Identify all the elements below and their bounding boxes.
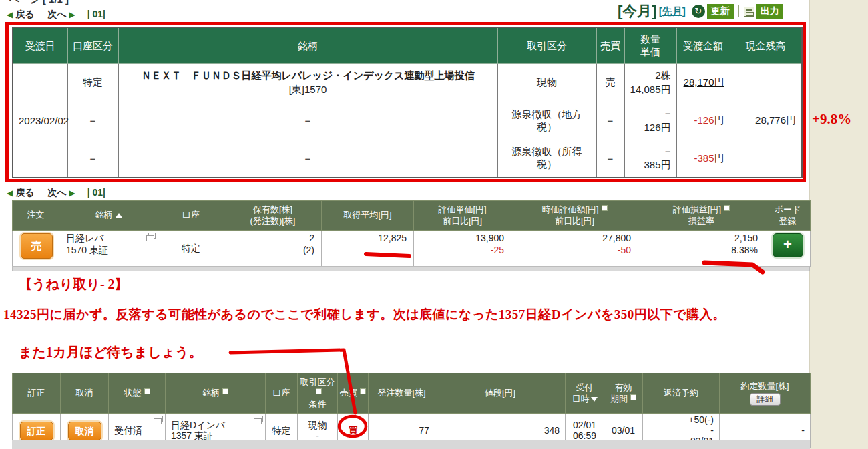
header-side: 売買 bbox=[596, 27, 624, 63]
stock-name-cell: − bbox=[118, 102, 497, 140]
cancel-button[interactable]: 取消 bbox=[68, 422, 101, 440]
table-bottom-strip bbox=[12, 266, 810, 271]
back-link[interactable]: 戻る bbox=[15, 9, 34, 19]
header-amend: 訂正 bbox=[13, 373, 61, 414]
period-toolbar: [今月] [先月] ↻ 更新 出力 bbox=[618, 1, 783, 21]
avg-cost-cell: 12,825 bbox=[322, 231, 414, 267]
last-month-link[interactable]: [先月] bbox=[659, 5, 686, 18]
detail-button[interactable]: 詳細 bbox=[750, 393, 781, 406]
header-account: 口座 bbox=[158, 201, 224, 231]
account-cell: 特定 bbox=[158, 231, 224, 267]
orders-header-row: 訂正 取消 状態 銘柄 口座 取引区分条件 売買 発注数量[株] 値段[円] 受… bbox=[13, 373, 811, 414]
refresh-button[interactable]: 更新 bbox=[707, 4, 734, 19]
popup-window-icon[interactable] bbox=[256, 416, 263, 422]
amount-cell: 28,170円 bbox=[676, 63, 730, 102]
side-cell: − bbox=[596, 102, 624, 140]
header-stock-name-sortable[interactable]: 銘柄 bbox=[59, 201, 158, 231]
header-cash-balance: 現金残高 bbox=[730, 27, 802, 63]
header-account: 口座 bbox=[266, 373, 298, 414]
back-arrow-icon: ◀ bbox=[7, 188, 13, 198]
account-cell: − bbox=[67, 102, 118, 140]
trade-type-cell: 現物 bbox=[497, 63, 596, 102]
amount-link[interactable]: 28,170円 bbox=[684, 76, 724, 88]
filter-square-icon[interactable] bbox=[316, 388, 322, 394]
profit-loss-cell: 2,1508.38% bbox=[638, 231, 765, 267]
balance-cell bbox=[730, 140, 802, 178]
clipped-page-indicator: ページ [ 1/1 ] bbox=[9, 0, 69, 6]
header-status: 状態 bbox=[109, 373, 166, 414]
account-cell: 特定 bbox=[67, 63, 118, 102]
stock-name-cell: 日経レバ1570 東証 bbox=[59, 231, 158, 267]
balance-cell: 28,776円 bbox=[730, 102, 802, 140]
gain-annotation: +9.8% bbox=[812, 111, 851, 128]
header-profit-loss: 評価損益[円]損益率 bbox=[638, 201, 765, 231]
qty-unit-cell: −385円 bbox=[624, 140, 676, 178]
header-held-qty: 保有数[株](発注数)[株] bbox=[224, 201, 322, 231]
sort-asc-icon[interactable] bbox=[116, 213, 122, 218]
balance-cell bbox=[730, 63, 802, 102]
back-link[interactable]: 戻る bbox=[15, 187, 34, 198]
header-valid-until: 有効期間 bbox=[604, 373, 643, 414]
refresh-icon[interactable]: ↻ bbox=[692, 5, 705, 18]
table-row: 2023/02/02 特定 ＮＥＸＴ ＦＵＮＤＳ日経平均レバレッジ・インデックス… bbox=[13, 63, 802, 102]
output-button[interactable]: 出力 bbox=[756, 4, 783, 19]
right-panel-divider bbox=[861, 0, 861, 449]
filter-square-icon[interactable] bbox=[144, 388, 150, 394]
header-board-register: ボード登録 bbox=[765, 201, 811, 231]
held-qty-cell: 2(2) bbox=[224, 231, 322, 267]
header-trade-type: 取引区分 bbox=[497, 27, 596, 63]
sort-desc-icon[interactable] bbox=[591, 397, 598, 402]
header-avg-cost: 取得平均[円] bbox=[322, 201, 414, 231]
amount-cell: -126円 bbox=[676, 102, 730, 140]
header-order-qty: 発注数量[株] bbox=[369, 373, 435, 414]
header-market-value: 時価評価額[円]前日比[円] bbox=[511, 201, 638, 231]
pager-top: ◀ 戻る 次へ ▶ | 01| bbox=[7, 9, 105, 21]
header-executed-qty: 約定数量[株]詳細 bbox=[720, 373, 811, 414]
order-cell: 売 bbox=[13, 231, 59, 267]
header-account-type: 口座区分 bbox=[67, 27, 118, 63]
next-arrow-icon: ▶ bbox=[69, 10, 75, 19]
pager-middle: ◀ 戻る 次へ ▶ | 01| bbox=[7, 187, 105, 199]
annotation-line-2: また1カ月ほど待ちましょう。 bbox=[19, 343, 202, 361]
popup-window-icon[interactable] bbox=[156, 416, 163, 422]
header-side: 売買 bbox=[338, 373, 369, 414]
next-link[interactable]: 次へ bbox=[47, 9, 66, 19]
next-row-sliver bbox=[12, 440, 810, 449]
sell-button[interactable]: 売 bbox=[21, 233, 53, 259]
this-month-button[interactable]: [今月] bbox=[618, 1, 657, 21]
header-cancel: 取消 bbox=[61, 373, 109, 414]
next-link[interactable]: 次へ bbox=[47, 187, 66, 198]
header-settlement-amount: 受渡金額 bbox=[676, 27, 730, 63]
header-delivery-date: 受渡日 bbox=[13, 27, 67, 63]
board-register-cell: + bbox=[765, 231, 811, 267]
filter-square-icon[interactable] bbox=[360, 388, 366, 394]
header-trade-type-condition: 取引区分条件 bbox=[298, 373, 338, 414]
side-cell: − bbox=[596, 140, 624, 178]
positions-table: 注文 銘柄 口座 保有数[株](発注数)[株] 取得平均[円] 評価単価[円]前… bbox=[12, 200, 811, 267]
filter-square-icon[interactable] bbox=[724, 205, 730, 211]
market-value-cell: 27,800-50 bbox=[511, 231, 638, 267]
filter-square-icon[interactable] bbox=[602, 205, 608, 211]
page-number-link[interactable]: | 01| bbox=[87, 9, 105, 19]
next-arrow-icon: ▶ bbox=[69, 188, 75, 198]
back-arrow-icon: ◀ bbox=[7, 10, 13, 19]
popup-window-icon[interactable] bbox=[148, 233, 156, 239]
add-to-board-button[interactable]: + bbox=[773, 233, 803, 257]
toolbar-divider bbox=[738, 5, 739, 17]
table-row: − − 源泉徴収（所得税） − −385円 -385円 bbox=[13, 140, 802, 178]
amend-button[interactable]: 訂正 bbox=[20, 422, 53, 440]
filter-square-icon[interactable] bbox=[222, 388, 228, 394]
header-received-sortable[interactable]: 受付日時 bbox=[566, 373, 604, 414]
output-icon[interactable] bbox=[744, 7, 754, 17]
page-number-link[interactable]: | 01| bbox=[87, 187, 105, 198]
positions-header-row: 注文 銘柄 口座 保有数[株](発注数)[株] 取得平均[円] 評価単価[円]前… bbox=[13, 201, 811, 231]
settlement-table: 受渡日 口座区分 銘柄 取引区分 売買 数量単価 受渡金額 現金残高 2023/… bbox=[12, 27, 803, 178]
header-unit-price: 評価単価[円]前日比[円] bbox=[414, 201, 511, 231]
trade-type-cell: 源泉徴収（地方税） bbox=[497, 102, 596, 140]
amount-cell: -385円 bbox=[676, 140, 730, 178]
unit-price-cell: 13,900-25 bbox=[414, 231, 511, 267]
header-repay-reserve: 返済予約 bbox=[643, 373, 720, 414]
annotation-title: 【うねり取り- 2】 bbox=[19, 275, 128, 293]
delivery-date-cell: 2023/02/02 bbox=[13, 63, 67, 178]
filter-square-icon[interactable] bbox=[630, 394, 636, 400]
